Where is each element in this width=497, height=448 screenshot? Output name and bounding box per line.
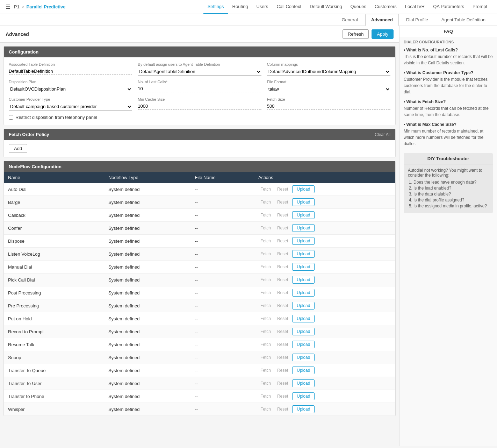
tab-customers[interactable]: Customers <box>370 0 401 14</box>
refresh-button[interactable]: Refresh <box>343 29 369 39</box>
reset-button[interactable]: Reset <box>275 406 290 413</box>
tab-settings[interactable]: Settings <box>203 0 228 14</box>
reset-button[interactable]: Reset <box>275 354 290 361</box>
sidebar: FAQ DIALER CONFIGURATIONS • What is No. … <box>399 26 497 446</box>
row-name: Pick Call Dial <box>4 273 104 286</box>
restrict-checkbox[interactable] <box>9 115 13 120</box>
reset-button[interactable]: Reset <box>275 393 290 400</box>
upload-button[interactable]: Upload <box>292 198 315 206</box>
table-row: Transfer To Queue System defined -- Fetc… <box>4 364 395 377</box>
tab-routing[interactable]: Routing <box>228 0 252 14</box>
customer-provider-select[interactable]: Default campaign based customer provider <box>9 103 132 111</box>
faq-item: • What is Fetch Size? Number of Records … <box>399 97 497 120</box>
upload-button[interactable]: Upload <box>292 315 315 322</box>
upload-button[interactable]: Upload <box>292 263 315 271</box>
fetch-button[interactable]: Fetch <box>258 225 273 232</box>
associated-table-input[interactable] <box>9 68 132 75</box>
agent-table-select[interactable]: DefaultAgentTableDefinition <box>138 68 261 76</box>
fetch-button[interactable]: Fetch <box>258 199 273 206</box>
tab-users[interactable]: Users <box>252 0 272 14</box>
upload-button[interactable]: Upload <box>292 367 315 374</box>
sub-tab-dial-profile[interactable]: Dial Profile <box>400 14 434 26</box>
upload-button[interactable]: Upload <box>292 276 315 284</box>
reset-button[interactable]: Reset <box>275 186 290 193</box>
header-actions: Refresh Apply <box>343 29 394 39</box>
upload-button[interactable]: Upload <box>292 328 315 335</box>
form-row-3: Customer Provider Type Default campaign … <box>9 97 390 111</box>
upload-button[interactable]: Upload <box>292 250 315 258</box>
fetch-button[interactable]: Fetch <box>258 186 273 193</box>
reset-button[interactable]: Reset <box>275 341 290 348</box>
upload-button[interactable]: Upload <box>292 237 315 245</box>
fetch-button[interactable]: Fetch <box>258 212 273 219</box>
breadcrumb-campaign[interactable]: Parallel Predictive <box>27 4 66 9</box>
disposition-plan-select[interactable]: DefaultOVCDispositionPlan <box>9 85 132 93</box>
table-row: Put on Hold System defined -- Fetch Rese… <box>4 312 395 325</box>
column-mappings-select[interactable]: DefaultAdvancedOutboundColumnMapping <box>267 68 390 76</box>
tab-queues[interactable]: Queues <box>346 0 370 14</box>
fetch-button[interactable]: Fetch <box>258 406 273 413</box>
add-button[interactable]: Add <box>9 144 27 153</box>
reset-button[interactable]: Reset <box>275 315 290 322</box>
upload-button[interactable]: Upload <box>292 354 315 361</box>
clear-all-button[interactable]: Clear All <box>375 132 390 137</box>
faq-answer: Customer Provider is the module that fet… <box>404 76 493 95</box>
last-calls-input[interactable] <box>138 85 261 92</box>
reset-button[interactable]: Reset <box>275 367 290 374</box>
nodeflow-title: NodeFlow Configuration <box>9 164 62 169</box>
fetch-button[interactable]: Fetch <box>258 263 273 270</box>
fetch-button[interactable]: Fetch <box>258 328 273 335</box>
fetch-button[interactable]: Fetch <box>258 315 273 322</box>
reset-button[interactable]: Reset <box>275 250 290 257</box>
row-file: -- <box>191 209 254 222</box>
reset-button[interactable]: Reset <box>275 276 290 283</box>
tab-call-context[interactable]: Call Context <box>272 0 305 14</box>
reset-button[interactable]: Reset <box>275 199 290 206</box>
upload-button[interactable]: Upload <box>292 224 315 232</box>
upload-button[interactable]: Upload <box>292 185 315 193</box>
file-format-select[interactable]: talaw <box>267 85 390 93</box>
fetch-button[interactable]: Fetch <box>258 289 273 296</box>
reset-button[interactable]: Reset <box>275 263 290 270</box>
fetch-button[interactable]: Fetch <box>258 341 273 348</box>
upload-button[interactable]: Upload <box>292 392 315 400</box>
restrict-checkbox-row: Restrict disposition from telephony pane… <box>9 115 390 120</box>
fetch-button[interactable]: Fetch <box>258 250 273 257</box>
reset-button[interactable]: Reset <box>275 289 290 296</box>
fetch-size-input[interactable] <box>267 103 390 110</box>
fetch-button[interactable]: Fetch <box>258 367 273 374</box>
reset-button[interactable]: Reset <box>275 380 290 387</box>
reset-button[interactable]: Reset <box>275 302 290 309</box>
fetch-button[interactable]: Fetch <box>258 380 273 387</box>
upload-button[interactable]: Upload <box>292 302 315 310</box>
upload-button[interactable]: Upload <box>292 289 315 297</box>
fetch-button[interactable]: Fetch <box>258 302 273 309</box>
upload-button[interactable]: Upload <box>292 341 315 348</box>
fetch-button[interactable]: Fetch <box>258 354 273 361</box>
sub-tab-agent-table[interactable]: Agent Table Definition <box>435 14 491 26</box>
tab-qa-parameters[interactable]: QA Parameters <box>429 0 468 14</box>
fetch-button[interactable]: Fetch <box>258 393 273 400</box>
upload-button[interactable]: Upload <box>292 211 315 219</box>
apply-button[interactable]: Apply <box>372 29 394 39</box>
last-calls-label: No. of Last Calls* <box>138 80 261 84</box>
reset-button[interactable]: Reset <box>275 225 290 232</box>
reset-button[interactable]: Reset <box>275 237 290 244</box>
table-row: Pre Processing System defined -- Fetch R… <box>4 299 395 312</box>
reset-button[interactable]: Reset <box>275 328 290 335</box>
upload-button[interactable]: Upload <box>292 379 315 387</box>
fetch-button[interactable]: Fetch <box>258 276 273 283</box>
row-name: Resume Talk <box>4 338 104 351</box>
sub-tab-advanced[interactable]: Advanced <box>365 14 399 26</box>
tab-default-working[interactable]: Default Working <box>305 0 346 14</box>
associated-table-label: Associated Table Definition <box>9 62 132 66</box>
tab-local-ivr[interactable]: Local IVR <box>401 0 429 14</box>
reset-button[interactable]: Reset <box>275 212 290 219</box>
tab-prompt[interactable]: Prompt <box>468 0 491 14</box>
min-cache-input[interactable] <box>138 103 261 110</box>
hamburger-icon[interactable]: ☰ <box>6 3 10 10</box>
fetch-button[interactable]: Fetch <box>258 237 273 244</box>
sub-tab-general[interactable]: General <box>336 14 364 26</box>
upload-button[interactable]: Upload <box>292 405 315 413</box>
diy-step: Does the lead have enough data? <box>413 180 489 185</box>
